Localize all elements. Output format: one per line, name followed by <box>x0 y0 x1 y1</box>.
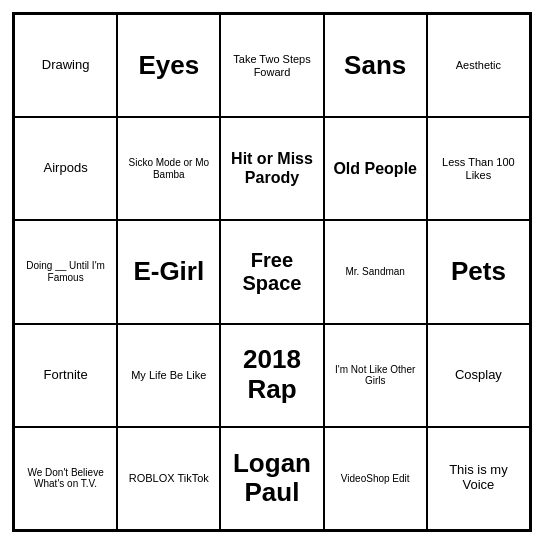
bingo-cell-22: Logan Paul <box>220 427 323 530</box>
bingo-cell-10: Doing __ Until I'm Famous <box>14 220 117 323</box>
bingo-cell-7: Hit or Miss Parody <box>220 117 323 220</box>
bingo-cell-16: My Life Be Like <box>117 324 220 427</box>
bingo-cell-0: Drawing <box>14 14 117 117</box>
bingo-cell-3: Sans <box>324 14 427 117</box>
bingo-cell-2: Take Two Steps Foward <box>220 14 323 117</box>
bingo-cell-18: I'm Not Like Other Girls <box>324 324 427 427</box>
bingo-cell-14: Pets <box>427 220 530 323</box>
bingo-cell-11: E-Girl <box>117 220 220 323</box>
bingo-cell-20: We Don't Believe What's on T.V. <box>14 427 117 530</box>
bingo-cell-15: Fortnite <box>14 324 117 427</box>
bingo-cell-8: Old People <box>324 117 427 220</box>
bingo-cell-19: Cosplay <box>427 324 530 427</box>
bingo-cell-23: VideoShop Edit <box>324 427 427 530</box>
bingo-cell-9: Less Than 100 Likes <box>427 117 530 220</box>
bingo-cell-12: Free Space <box>220 220 323 323</box>
bingo-cell-5: Airpods <box>14 117 117 220</box>
bingo-cell-24: This is my Voice <box>427 427 530 530</box>
bingo-cell-6: Sicko Mode or Mo Bamba <box>117 117 220 220</box>
bingo-cell-21: ROBLOX TikTok <box>117 427 220 530</box>
bingo-cell-4: Aesthetic <box>427 14 530 117</box>
bingo-cell-1: Eyes <box>117 14 220 117</box>
bingo-board: DrawingEyesTake Two Steps FowardSansAest… <box>12 12 532 532</box>
bingo-cell-17: 2018 Rap <box>220 324 323 427</box>
bingo-cell-13: Mr. Sandman <box>324 220 427 323</box>
